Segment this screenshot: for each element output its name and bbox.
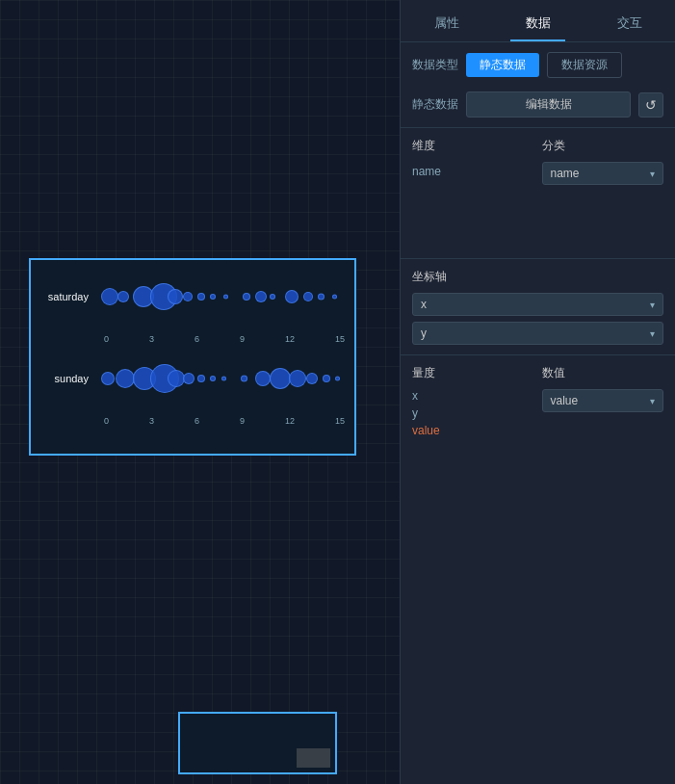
bubble	[241, 375, 247, 381]
value-select-value: value	[551, 394, 579, 407]
bubble	[303, 292, 313, 301]
bubble	[210, 376, 216, 381]
chart-container: saturday 0 3 6 9 12 15 sunday 0 3 6 9 12…	[29, 258, 356, 456]
chart-label-sunday: sunday	[40, 373, 96, 384]
category-select[interactable]: name ▾	[542, 162, 664, 185]
bubbles-sunday	[96, 352, 345, 405]
bubble	[101, 288, 118, 305]
static-data-button[interactable]: 静态数据	[466, 53, 539, 77]
y-axis-value: y	[421, 327, 427, 340]
data-type-label: 数据类型	[412, 57, 458, 73]
bubble	[285, 290, 299, 303]
measure-item-value: value	[412, 422, 534, 439]
axis-saturday: 0 3 6 9 12 15	[104, 332, 345, 344]
axis-section: 坐标轴 x ▾ y ▾	[401, 259, 675, 354]
value-section: 数值 value ▾	[542, 365, 664, 439]
axis-title: 坐标轴	[412, 269, 663, 285]
bubble	[183, 292, 193, 301]
canvas-area: saturday 0 3 6 9 12 15 sunday 0 3 6 9 12…	[0, 0, 400, 784]
bubble	[183, 373, 195, 384]
measure-value-section: 量度 x y value 数值 value ▾	[401, 355, 675, 445]
top-tabs: 属性 数据 交互	[401, 0, 675, 42]
category-section: 分类 name ▾	[542, 138, 664, 252]
axis-sunday: 0 3 6 9 12 15	[104, 414, 345, 426]
measure-item-y: y	[412, 405, 534, 422]
bubble	[318, 293, 325, 300]
static-data-label: 静态数据	[412, 96, 458, 113]
data-type-row: 数据类型 静态数据 数据资源	[401, 42, 675, 88]
minimap-viewport	[297, 748, 330, 768]
measure-title: 量度	[412, 365, 534, 381]
tab-properties[interactable]: 属性	[401, 5, 492, 41]
value-title: 数值	[542, 365, 664, 381]
bubble	[117, 291, 129, 302]
tab-interaction[interactable]: 交互	[584, 5, 675, 41]
bubble	[335, 376, 340, 380]
panel-scroll-area[interactable]: 数据类型 静态数据 数据资源 静态数据 编辑数据 ↺ 维度 name 分类 na…	[401, 42, 675, 784]
right-panel: 属性 数据 交互 数据类型 静态数据 数据资源 静态数据 编辑数据 ↺ 维度 n…	[400, 0, 675, 784]
bubble	[210, 294, 216, 300]
bubbles-saturday	[96, 270, 345, 323]
value-chevron-icon: ▾	[650, 396, 655, 406]
bubble	[116, 369, 135, 388]
dimension-title: 维度	[412, 138, 534, 154]
bubble	[101, 372, 115, 385]
category-chevron-icon: ▾	[650, 169, 655, 179]
bubble	[306, 373, 318, 384]
dimension-item-name: name	[412, 162, 534, 181]
category-title: 分类	[542, 138, 664, 154]
bubble	[255, 291, 267, 302]
x-axis-chevron-icon: ▾	[650, 300, 655, 310]
y-axis-chevron-icon: ▾	[650, 328, 655, 339]
bubble	[332, 294, 337, 299]
edit-data-button[interactable]: 编辑数据	[466, 91, 631, 118]
bubble	[323, 375, 330, 382]
y-axis-select[interactable]: y ▾	[412, 322, 663, 345]
bubble	[270, 294, 275, 300]
measure-section: 量度 x y value	[412, 365, 534, 439]
bubble	[197, 375, 205, 382]
bubble	[270, 368, 291, 389]
bubble	[223, 294, 228, 299]
bubble	[221, 376, 226, 380]
bubble	[168, 289, 183, 304]
category-dropdown-area	[542, 185, 664, 252]
bubble	[255, 371, 271, 386]
chart-row-saturday: saturday	[40, 270, 345, 323]
measure-item-x: x	[412, 387, 534, 405]
chart-row-sunday: sunday	[40, 352, 345, 405]
dimension-category-section: 维度 name 分类 name ▾	[401, 128, 675, 258]
bubble	[243, 293, 250, 301]
dimension-section: 维度 name	[412, 138, 534, 252]
x-axis-select[interactable]: x ▾	[412, 293, 663, 316]
bubble	[197, 293, 205, 301]
static-data-row: 静态数据 编辑数据 ↺	[401, 88, 675, 127]
tab-data[interactable]: 数据	[492, 5, 584, 41]
datasource-button[interactable]: 数据资源	[547, 52, 622, 78]
x-axis-value: x	[421, 298, 427, 311]
value-select[interactable]: value ▾	[542, 389, 664, 412]
refresh-button[interactable]: ↺	[638, 92, 663, 118]
bubble	[289, 370, 306, 387]
chart-label-saturday: saturday	[40, 291, 96, 302]
category-select-value: name	[551, 167, 580, 180]
minimap	[178, 712, 337, 774]
